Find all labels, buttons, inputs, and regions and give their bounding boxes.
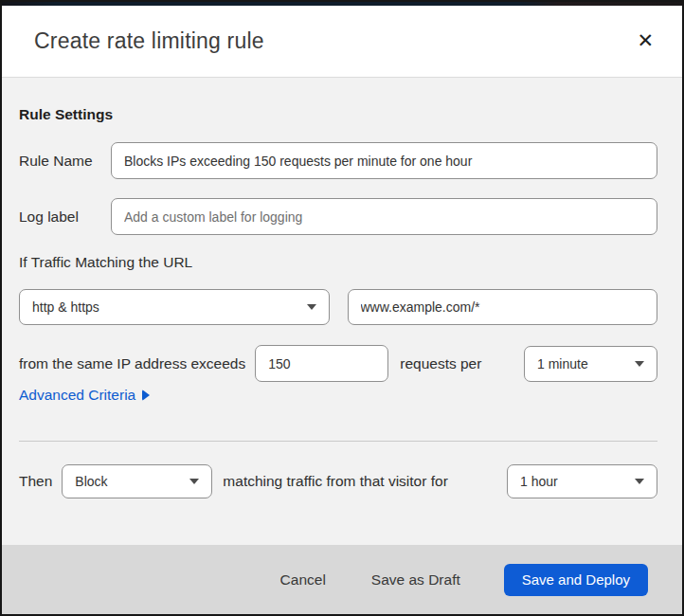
- action-select[interactable]: Block: [62, 464, 212, 498]
- dialog-body: Rule Settings Rule Name Log label If Tra…: [2, 78, 682, 545]
- duration-select[interactable]: 1 hour: [507, 464, 657, 498]
- chevron-down-icon: [635, 479, 644, 484]
- advanced-criteria-link[interactable]: Advanced Criteria: [19, 387, 150, 404]
- rule-name-input[interactable]: [111, 142, 657, 179]
- traffic-match-row: http & https: [19, 289, 657, 325]
- page-title: Create rate limiting rule: [34, 28, 264, 54]
- scheme-select[interactable]: http & https: [19, 289, 330, 325]
- rate-threshold-row: from the same IP address exceeds request…: [19, 345, 657, 382]
- close-icon: ✕: [637, 29, 654, 52]
- rate-prefix-text: from the same IP address exceeds: [19, 355, 245, 372]
- then-action-row: Then Block matching traffic from that vi…: [19, 464, 657, 498]
- save-deploy-button[interactable]: Save and Deploy: [504, 564, 648, 596]
- chevron-down-icon: [307, 304, 316, 310]
- section-divider: [19, 441, 657, 442]
- request-count-input[interactable]: [255, 345, 388, 382]
- dialog-footer: Cancel Save as Draft Save and Deploy: [2, 545, 682, 614]
- then-label: Then: [19, 473, 52, 490]
- scheme-select-value: http & https: [32, 299, 99, 315]
- url-pattern-input[interactable]: [348, 289, 658, 325]
- period-select-value: 1 minute: [537, 356, 588, 371]
- traffic-match-heading: If Traffic Matching the URL: [19, 254, 657, 271]
- duration-select-value: 1 hour: [520, 474, 558, 489]
- rate-middle-text: requests per: [400, 355, 481, 372]
- chevron-down-icon: [189, 479, 199, 484]
- advanced-criteria-label: Advanced Criteria: [19, 387, 135, 404]
- cancel-button[interactable]: Cancel: [279, 568, 328, 592]
- section-heading-rule-settings: Rule Settings: [19, 106, 657, 123]
- close-button[interactable]: ✕: [633, 27, 657, 55]
- chevron-right-icon: [142, 390, 150, 401]
- then-middle-text: matching traffic from that visitor for: [223, 473, 447, 490]
- rule-name-label: Rule Name: [19, 153, 111, 170]
- action-select-value: Block: [75, 474, 107, 489]
- chevron-down-icon: [635, 361, 644, 367]
- period-select[interactable]: 1 minute: [524, 346, 657, 382]
- log-label-row: Log label: [19, 198, 657, 235]
- create-rate-limiting-rule-dialog: Create rate limiting rule ✕ Rule Setting…: [0, 0, 684, 616]
- dialog-header: Create rate limiting rule ✕: [2, 6, 682, 78]
- save-draft-button[interactable]: Save as Draft: [369, 568, 462, 592]
- log-label-input[interactable]: [111, 198, 657, 235]
- rule-name-row: Rule Name: [19, 142, 657, 179]
- log-label-label: Log label: [19, 208, 111, 226]
